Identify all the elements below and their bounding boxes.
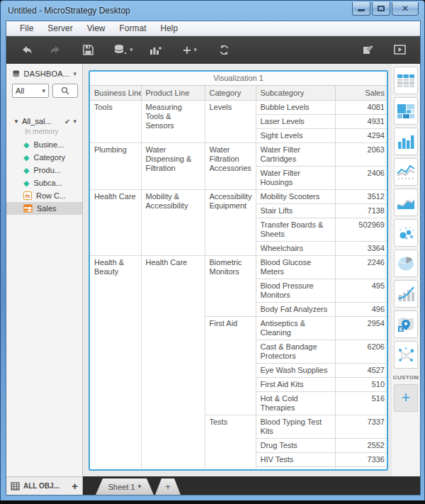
product-line-cell[interactable]: Water Dispensing & Filtration — [141, 143, 205, 190]
area-chart-viz-button[interactable] — [394, 189, 418, 216]
esri-map-viz-button[interactable]: E — [394, 310, 418, 338]
sales-value-cell[interactable]: 7337 — [335, 415, 388, 439]
close-button[interactable]: ✕ — [392, 2, 419, 16]
line-chart-viz-button[interactable] — [394, 158, 418, 186]
business-line-cell[interactable]: Health Care — [90, 190, 141, 256]
minimize-button[interactable] — [352, 2, 370, 16]
category-cell[interactable]: Accessibility Equipment — [205, 190, 256, 256]
subcategory-cell[interactable]: Sight Levels — [256, 129, 335, 143]
add-sheet-button[interactable]: + — [155, 478, 181, 495]
subcategory-cell[interactable]: Blood Pressure Monitors — [256, 279, 335, 303]
subcategory-cell[interactable]: HIV Tests — [256, 453, 335, 467]
subcategory-cell[interactable]: Water Filter Housings — [256, 167, 335, 190]
datasets-panel-header[interactable]: DASHBOA... ▾ — [6, 64, 82, 82]
subcategory-cell[interactable]: Blood Glucose Meters — [256, 256, 335, 279]
sales-value-cell[interactable]: 2246 — [335, 256, 388, 279]
subcategory-cell[interactable]: Water Filter Cartridges — [256, 143, 335, 167]
business-line-cell[interactable]: Plumbing — [90, 143, 141, 190]
column-header[interactable]: Sales — [335, 86, 388, 101]
network-viz-button[interactable] — [394, 341, 418, 369]
bar-chart-viz-button[interactable] — [394, 128, 418, 155]
metric-item-row-count[interactable]: fx Row C... — [6, 189, 82, 202]
save-button[interactable] — [79, 41, 98, 59]
column-header[interactable]: Business Line — [90, 86, 141, 101]
presentation-mode-button[interactable] — [390, 41, 410, 60]
subcategory-cell[interactable]: Antiseptics & Cleaning — [256, 317, 335, 340]
attribute-item-category[interactable]: ◆ Category — [6, 151, 82, 164]
combo-chart-viz-button[interactable] — [394, 280, 418, 308]
sales-value-cell[interactable]: 496 — [335, 303, 388, 317]
product-line-cell[interactable]: Health Care — [141, 256, 205, 471]
sales-value-cell[interactable]: 516 — [335, 392, 388, 415]
object-filter-select[interactable]: All ▾ — [12, 84, 49, 98]
sales-value-cell[interactable]: 7138 — [335, 204, 388, 218]
visualization-title[interactable]: Visualization 1 — [90, 72, 387, 86]
category-cell[interactable]: Tests — [205, 415, 256, 471]
attribute-item-business-line[interactable]: ◆ Busine... — [6, 138, 82, 151]
subcategory-cell[interactable]: Laser Levels — [256, 115, 335, 129]
add-object-button[interactable]: + — [72, 481, 78, 491]
category-cell[interactable]: Water Filtration Accessories — [205, 143, 256, 190]
add-visualization-button[interactable] — [144, 40, 166, 60]
sales-value-cell[interactable]: 495 — [335, 279, 388, 303]
column-header[interactable]: Product Line — [141, 86, 205, 101]
sales-value-cell[interactable]: 7336 — [335, 453, 388, 467]
subcategory-cell[interactable]: Pregnancy Tests — [256, 467, 335, 471]
grid-viz-button[interactable] — [394, 67, 418, 94]
visualization-container[interactable]: Visualization 1 Business LineProduct Lin… — [89, 70, 388, 471]
category-cell[interactable]: First Aid — [205, 317, 256, 415]
subcategory-cell[interactable]: Hot & Cold Therapies — [256, 392, 335, 415]
maximize-button[interactable] — [372, 2, 390, 16]
column-header[interactable]: Category — [205, 86, 256, 101]
subcategory-cell[interactable]: Drug Tests — [256, 439, 335, 453]
menu-help[interactable]: Help — [154, 22, 185, 35]
subcategory-cell[interactable]: Eye Wash Supplies — [256, 364, 335, 378]
search-button[interactable] — [52, 84, 78, 98]
sales-value-cell[interactable]: 510 — [335, 378, 388, 392]
subcategory-cell[interactable]: Bubble Levels — [256, 101, 335, 115]
subcategory-cell[interactable]: Stair Lifts — [256, 204, 335, 218]
category-cell[interactable]: Levels — [205, 101, 256, 143]
sales-value-cell[interactable]: 502969 — [335, 218, 388, 242]
sales-value-cell[interactable]: 2406 — [335, 167, 388, 190]
sales-value-cell[interactable]: 1680 — [335, 467, 388, 471]
sales-value-cell[interactable]: 3364 — [335, 242, 388, 256]
metric-item-sales[interactable]: Sales — [6, 202, 82, 215]
column-header[interactable]: Subcategory — [256, 86, 335, 101]
category-cell[interactable]: Biometric Monitors — [205, 256, 256, 317]
sales-value-cell[interactable]: 4294 — [335, 129, 388, 143]
subcategory-cell[interactable]: Blood Typing Test Kits — [256, 415, 335, 439]
redo-button[interactable] — [45, 41, 66, 60]
titlebar[interactable]: Untitled - MicroStrategy Desktop ✕ — [1, 1, 424, 21]
menu-view[interactable]: View — [81, 22, 112, 35]
sales-value-cell[interactable]: 4527 — [335, 364, 388, 378]
subcategory-cell[interactable]: First Aid Kits — [256, 378, 335, 392]
sales-value-cell[interactable]: 6206 — [335, 340, 388, 364]
product-line-cell[interactable]: Measuring Tools & Sensors — [141, 101, 205, 143]
attribute-item-product-line[interactable]: ◆ Produ... — [6, 164, 82, 177]
business-line-cell[interactable]: Tools — [90, 101, 141, 143]
subcategory-cell[interactable]: Transfer Boards & Sheets — [256, 218, 335, 242]
sales-value-cell[interactable]: 2552 — [335, 439, 388, 453]
refresh-button[interactable] — [214, 40, 234, 60]
sales-value-cell[interactable]: 4931 — [335, 115, 388, 129]
menu-format[interactable]: Format — [113, 22, 152, 35]
attribute-item-subcategory[interactable]: ◆ Subca... — [6, 177, 82, 189]
all-objects-panel[interactable]: ALL OBJ... + — [6, 476, 83, 495]
sales-value-cell[interactable]: 3512 — [335, 190, 388, 204]
product-line-cell[interactable]: Mobility & Accessibility — [141, 190, 205, 256]
sheet-tab[interactable]: Sheet 1 ▾ — [96, 478, 154, 495]
sales-value-cell[interactable]: 4081 — [335, 101, 388, 115]
subcategory-cell[interactable]: Cast & Bandage Protectors — [256, 340, 335, 364]
dashboard-canvas[interactable]: Visualization 1 Business LineProduct Lin… — [83, 64, 392, 476]
dataset-row[interactable]: ▼ All_sal... ✔ ▾ — [6, 115, 82, 127]
subcategory-cell[interactable]: Wheelchairs — [256, 242, 335, 256]
insert-button[interactable]: ▾ — [178, 42, 202, 59]
add-custom-visualization-button[interactable]: + — [394, 384, 418, 412]
bubble-chart-viz-button[interactable] — [394, 219, 418, 247]
undo-button[interactable] — [16, 41, 38, 60]
menu-server[interactable]: Server — [41, 22, 79, 35]
business-line-cell[interactable]: Health & Beauty — [90, 256, 141, 471]
heat-map-viz-button[interactable] — [394, 97, 418, 125]
sales-value-cell[interactable]: 2063 — [335, 143, 388, 167]
